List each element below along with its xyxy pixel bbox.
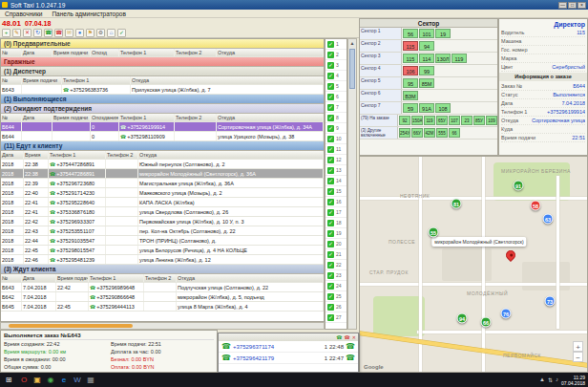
home-icon[interactable]: ⌂ bbox=[107, 29, 116, 37]
close-button[interactable]: × bbox=[578, 2, 586, 9]
check-row[interactable]: ✓2 bbox=[326, 50, 346, 60]
answer-phone-icon[interactable]: ☎ bbox=[346, 342, 355, 351]
checkbox-checked-icon[interactable]: ✓ bbox=[327, 293, 334, 300]
hangup-icon[interactable]: ☎ bbox=[345, 334, 350, 340]
car-cell[interactable]: 23 bbox=[461, 116, 472, 125]
section-waiting[interactable]: (3) Ждут клиента bbox=[1, 265, 324, 274]
checkbox-checked-icon[interactable]: ✓ bbox=[327, 41, 334, 48]
tray-expand-icon[interactable]: ▲ bbox=[539, 376, 545, 383]
checkbox-checked-icon[interactable]: ✓ bbox=[327, 104, 334, 111]
check-icon[interactable]: ✓ bbox=[117, 29, 126, 37]
car-marker[interactable]: 63 bbox=[543, 214, 554, 225]
checkbox-checked-icon[interactable]: ✓ bbox=[327, 220, 334, 226]
check-row[interactable]: ✓4 bbox=[326, 71, 346, 81]
minimize-button[interactable]: — bbox=[558, 2, 567, 9]
volume-icon[interactable]: ♪ bbox=[556, 376, 558, 383]
checkbox-checked-icon[interactable]: ✓ bbox=[327, 304, 334, 311]
mail-icon[interactable]: ✉ bbox=[65, 29, 74, 37]
car-marker[interactable]: 58 bbox=[531, 201, 541, 211]
check-row[interactable]: ✓22 bbox=[326, 260, 346, 270]
check-row[interactable]: ✓18 bbox=[326, 218, 346, 228]
edge-icon[interactable]: e bbox=[57, 376, 71, 384]
checkbox-checked-icon[interactable]: ✓ bbox=[327, 262, 334, 269]
car-cell[interactable]: 59 bbox=[403, 103, 418, 113]
check-row[interactable]: ✓11 bbox=[326, 144, 346, 155]
car-cell[interactable]: 106 bbox=[403, 66, 418, 75]
car-marker[interactable]: 76 bbox=[501, 309, 512, 319]
checkbox-checked-icon[interactable]: ✓ bbox=[327, 52, 334, 58]
order-row[interactable]: Б6437.04.201822:42☎+375296989648Подлучск… bbox=[1, 283, 324, 292]
close-icon[interactable]: ✕ bbox=[352, 334, 356, 340]
network-icon[interactable]: ⇅ bbox=[548, 376, 553, 383]
order-row[interactable]: 201822:40☎+375291714230Маяковского улица… bbox=[1, 188, 324, 198]
edit-order-icon[interactable]: ✎ bbox=[12, 29, 21, 37]
car-marker[interactable]: 94 bbox=[457, 313, 468, 324]
checkbox-checked-icon[interactable]: ✓ bbox=[327, 115, 334, 121]
checkbox-checked-icon[interactable]: ✓ bbox=[327, 94, 334, 100]
checkbox-checked-icon[interactable]: ✓ bbox=[327, 199, 334, 205]
horizontal-scrollbar[interactable] bbox=[0, 322, 325, 330]
car-cell[interactable]: 101 bbox=[419, 29, 434, 38]
menu-directories[interactable]: Справочники bbox=[0, 11, 47, 17]
car-cell[interactable]: 94 bbox=[419, 41, 434, 51]
check-row[interactable]: ✓20 bbox=[326, 239, 346, 249]
car-marker[interactable]: 55 bbox=[429, 227, 439, 238]
check-row[interactable]: ✓13 bbox=[326, 165, 346, 176]
order-row[interactable]: Б6440☎+375298110909улица Урицкого (Мозыр… bbox=[1, 132, 324, 141]
checkbox-checked-icon[interactable]: ✓ bbox=[327, 167, 334, 174]
check-row[interactable]: ✓5 bbox=[326, 81, 346, 92]
checkbox-checked-icon[interactable]: ✓ bbox=[327, 136, 334, 142]
car-icon[interactable]: ● bbox=[75, 29, 84, 37]
checkbox-checked-icon[interactable]: ✓ bbox=[327, 314, 334, 321]
check-row[interactable]: ✓21 bbox=[326, 249, 346, 260]
checkbox-checked-icon[interactable]: ✓ bbox=[327, 125, 334, 132]
zoom-out-button[interactable]: − bbox=[573, 352, 583, 362]
checkbox-checked-icon[interactable]: ✓ bbox=[327, 146, 334, 153]
check-row[interactable]: ✓8 bbox=[326, 113, 346, 123]
car-cell[interactable]: 555 bbox=[436, 128, 448, 138]
menu-admin-panel[interactable]: Панель администраторов bbox=[47, 11, 131, 17]
order-row[interactable]: 201822:44☎+375291035547ТРОН (ПРИНЦ) (Сол… bbox=[1, 236, 324, 246]
order-row[interactable]: Б6440☎+375296199914Сортировочная улица (… bbox=[1, 122, 324, 132]
checkbox-checked-icon[interactable]: ✓ bbox=[327, 283, 334, 290]
car-cell[interactable]: 92 bbox=[399, 116, 410, 125]
settings-icon[interactable]: ⚙ bbox=[96, 29, 105, 37]
opera-icon[interactable]: O bbox=[17, 376, 31, 384]
car-cell[interactable]: 91А bbox=[419, 103, 434, 113]
checkbox-checked-icon[interactable]: ✓ bbox=[327, 209, 334, 216]
checkbox-checked-icon[interactable]: ✓ bbox=[327, 272, 334, 279]
scrollbar-thumb[interactable] bbox=[9, 324, 133, 328]
car-cell[interactable]: 56 bbox=[403, 29, 418, 38]
scroll-up-icon[interactable]: ▲ bbox=[348, 39, 356, 47]
car-cell[interactable]: 254У bbox=[399, 128, 410, 138]
checkbox-checked-icon[interactable]: ✓ bbox=[327, 230, 334, 237]
car-cell[interactable]: 66 bbox=[449, 128, 460, 138]
app-icon[interactable]: ▦ bbox=[84, 376, 97, 384]
section-garage[interactable]: Гаражные bbox=[1, 57, 324, 67]
vertical-scrollbar[interactable]: ▲ bbox=[347, 38, 357, 330]
car-cell[interactable]: 95 bbox=[403, 78, 418, 88]
check-row[interactable]: ✓24 bbox=[326, 281, 346, 291]
check-row[interactable]: ✓17 bbox=[326, 207, 346, 218]
check-row[interactable]: ✓10 bbox=[326, 134, 346, 144]
destination-pin-icon[interactable] bbox=[504, 248, 517, 262]
checkbox-checked-icon[interactable]: ✓ bbox=[327, 73, 334, 79]
car-cell[interactable]: 85У bbox=[473, 116, 485, 125]
checkbox-checked-icon[interactable]: ✓ bbox=[327, 178, 334, 184]
order-row[interactable]: 201822:38☎+375447286891микрорайон Молодё… bbox=[1, 169, 324, 179]
order-row[interactable]: 201822:46☎+375295481239улица Ленина (Ж/л… bbox=[1, 255, 324, 265]
section-toclient[interactable]: (11) Едут к клиенту bbox=[1, 141, 324, 151]
car-cell[interactable]: 119 bbox=[452, 54, 467, 63]
check-row[interactable]: ✓26 bbox=[326, 302, 346, 312]
order-row[interactable]: Б6427.04.2018☎+375290866648микрорайон (Ж… bbox=[1, 292, 324, 302]
check-row[interactable]: ✓25 bbox=[326, 291, 346, 302]
checkbox-checked-icon[interactable]: ✓ bbox=[327, 157, 334, 163]
checkbox-checked-icon[interactable]: ✓ bbox=[327, 83, 334, 90]
car-marker[interactable]: 91 bbox=[514, 181, 524, 191]
car-cell[interactable]: 85М bbox=[419, 78, 434, 88]
call-icon[interactable]: ☎ bbox=[336, 334, 342, 340]
check-row[interactable]: ✓16 bbox=[326, 197, 346, 207]
order-row[interactable]: 201822:43☎+375253551107пер. Кол-на Октяб… bbox=[1, 226, 324, 236]
scrollbar-thumb[interactable] bbox=[349, 49, 355, 89]
car-marker[interactable]: 81 bbox=[452, 199, 462, 209]
